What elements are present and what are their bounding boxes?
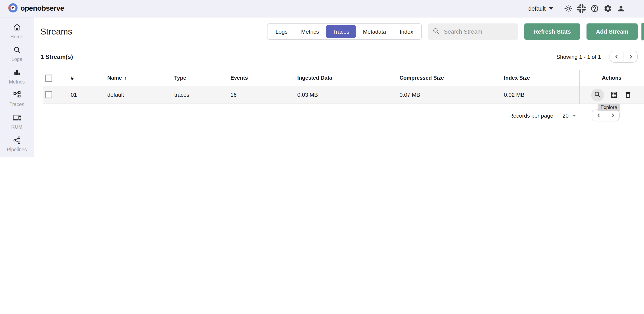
table-row[interactable]: 01 default traces 16 0.03 MB 0.07 MB 0.0… <box>42 86 644 104</box>
row-index-size: 0.02 MB <box>495 92 579 98</box>
row-num: 01 <box>62 92 99 98</box>
schema-icon <box>12 90 21 101</box>
tab-logs[interactable]: Logs <box>269 25 294 38</box>
search-icon <box>432 27 440 36</box>
logo[interactable]: openobserve <box>8 3 64 14</box>
explore-button[interactable] <box>591 88 604 101</box>
add-stream-button[interactable]: Add Stream <box>586 24 638 40</box>
logo-icon <box>8 3 18 14</box>
select-all-checkbox[interactable] <box>45 74 52 82</box>
column-header-compressed[interactable]: Compressed Size <box>391 75 495 81</box>
stream-search[interactable] <box>428 24 518 40</box>
refresh-stats-button[interactable]: Refresh Stats <box>524 24 580 40</box>
streams-table: # Name ↑ Type Events Ingested Data Compr… <box>42 70 644 104</box>
row-actions <box>579 88 644 101</box>
table-header-row: # Name ↑ Type Events Ingested Data Compr… <box>42 70 644 86</box>
select-all-cell <box>42 74 62 82</box>
sidebar-item-label: RUM <box>2 124 32 130</box>
slack-icon[interactable] <box>577 4 586 13</box>
prev-page-button[interactable] <box>592 110 606 121</box>
records-per-page-select[interactable]: 20 <box>562 112 576 119</box>
meta-right: Showing 1 - 1 of 1 <box>556 51 638 63</box>
magnifier-icon <box>12 45 21 56</box>
sidebar-item-pipelines[interactable]: Pipelines <box>2 133 32 156</box>
showing-range: Showing 1 - 1 of 1 <box>556 54 601 60</box>
sidebar: Home Logs Metrics Traces RUM Pipelines D… <box>0 18 34 157</box>
records-per-page-label: Records per page: <box>509 112 555 119</box>
column-header-ingested[interactable]: Ingested Data <box>289 75 391 81</box>
bar-chart-icon <box>12 68 21 78</box>
help-icon[interactable] <box>590 4 599 13</box>
explore-tooltip: Explore <box>598 104 620 111</box>
column-header-events[interactable]: Events <box>222 75 289 81</box>
sidebar-item-label: Traces <box>2 102 32 107</box>
column-header-actions: Actions <box>579 75 644 81</box>
organization-value: default <box>528 5 546 12</box>
sort-asc-icon: ↑ <box>124 76 127 80</box>
sidebar-item-label: Metrics <box>2 79 32 85</box>
chevron-down-icon <box>572 114 576 116</box>
profile-icon[interactable] <box>617 4 625 13</box>
sidebar-item-traces[interactable]: Traces <box>2 88 32 110</box>
column-header-name-label: Name <box>107 75 122 81</box>
meta-row: 1 Stream(s) Showing 1 - 1 of 1 <box>40 51 638 63</box>
prev-page-button[interactable] <box>610 51 624 62</box>
topbar-actions: default <box>528 4 625 13</box>
row-compressed-size: 0.07 MB <box>391 92 495 98</box>
schema-details-button[interactable] <box>610 91 618 99</box>
actions-column-divider <box>579 70 580 104</box>
bottom-pagination <box>592 110 620 122</box>
top-pagination <box>610 51 638 63</box>
organization-selector[interactable]: default <box>528 5 553 12</box>
table-footer: Records per page: 20 <box>42 110 644 122</box>
records-per-page-value: 20 <box>562 112 568 119</box>
page-toolbar: Streams Logs Metrics Traces Metadata Ind… <box>40 24 638 40</box>
sidebar-item-home[interactable]: Home <box>2 20 32 42</box>
theme-toggle-sun-icon[interactable] <box>564 4 572 13</box>
logo-text: openobserve <box>20 4 64 13</box>
sidebar-item-label: Home <box>2 34 32 40</box>
row-checkbox[interactable] <box>45 91 52 98</box>
tab-metadata[interactable]: Metadata <box>356 25 393 38</box>
sidebar-item-label: Logs <box>2 56 32 62</box>
column-header-type[interactable]: Type <box>166 75 222 81</box>
devices-icon <box>12 113 21 123</box>
top-bar: openobserve default <box>0 0 644 18</box>
row-stream-name: default <box>99 92 166 98</box>
stream-count: 1 Stream(s) <box>40 53 73 60</box>
next-page-button[interactable] <box>624 51 637 62</box>
column-header-name[interactable]: Name ↑ <box>99 75 166 81</box>
page-title: Streams <box>40 27 72 36</box>
row-select-cell <box>42 91 62 98</box>
sidebar-item-logs[interactable]: Logs <box>2 42 32 65</box>
home-icon <box>12 23 21 33</box>
sidebar-item-metrics[interactable]: Metrics <box>2 65 32 88</box>
scrollbar-thumb[interactable] <box>642 22 644 40</box>
stream-type-tabs: Logs Metrics Traces Metadata Index <box>267 24 422 40</box>
sidebar-item-label: Pipelines <box>2 147 32 152</box>
next-page-button[interactable] <box>606 110 619 121</box>
search-input[interactable] <box>443 28 514 35</box>
tab-traces[interactable]: Traces <box>326 25 356 38</box>
chevron-down-icon <box>549 7 553 10</box>
settings-gear-icon[interactable] <box>604 4 612 13</box>
share-icon <box>12 136 21 146</box>
main-content: Streams Logs Metrics Traces Metadata Ind… <box>34 18 644 157</box>
tab-metrics[interactable]: Metrics <box>294 25 326 38</box>
column-header-num[interactable]: # <box>62 75 99 81</box>
app-window: openobserve default <box>0 0 644 157</box>
delete-button[interactable] <box>624 91 632 99</box>
tab-index[interactable]: Index <box>393 25 420 38</box>
column-header-index-size[interactable]: Index Size <box>495 75 579 81</box>
sidebar-item-rum[interactable]: RUM <box>2 110 32 133</box>
row-stream-type: traces <box>166 92 222 98</box>
row-ingested-data: 0.03 MB <box>289 92 391 98</box>
sidebar-item-dashboards[interactable]: Dashboards <box>2 156 32 157</box>
toolbar-right: Logs Metrics Traces Metadata Index Refre… <box>267 24 638 40</box>
row-events: 16 <box>222 92 289 98</box>
